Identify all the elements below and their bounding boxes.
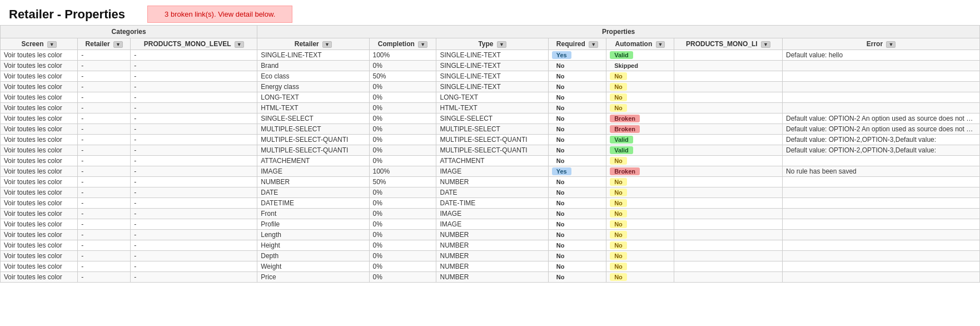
type-filter-btn[interactable]: ▼ [497, 41, 506, 48]
table-cell: - [78, 71, 131, 82]
automation-badge: No [610, 157, 627, 165]
table-cell: Voir toutes les color [1, 156, 78, 166]
table-cell: No [548, 251, 606, 261]
table-cell: Broken [606, 113, 674, 124]
automation-badge: No [610, 178, 627, 186]
table-cell: - [131, 50, 257, 61]
completion-filter-btn[interactable]: ▼ [418, 41, 427, 48]
properties-table: Categories Properties Screen ▼ Retailer … [0, 25, 980, 283]
table-cell: - [131, 82, 257, 92]
table-cell: Valid [606, 135, 674, 145]
table-cell: Voir toutes les color [1, 187, 78, 198]
table-cell: Voir toutes les color [1, 251, 78, 261]
table-cell: No [548, 156, 606, 166]
automation-badge: No [610, 263, 627, 270]
table-cell: 50% [369, 177, 436, 187]
table-cell: 0% [369, 198, 436, 209]
col-retailer-cat[interactable]: Retailer ▼ [78, 38, 131, 50]
table-cell: No [606, 272, 674, 283]
products-mono-filter-btn[interactable]: ▼ [235, 41, 244, 48]
table-cell [783, 230, 980, 240]
error-filter-btn[interactable]: ▼ [886, 41, 896, 48]
table-cell [674, 92, 782, 103]
table-cell: - [78, 103, 131, 113]
col-completion[interactable]: Completion ▼ [369, 38, 436, 50]
table-cell: Front [257, 209, 369, 219]
table-cell: - [131, 272, 257, 283]
table-cell: - [78, 209, 131, 219]
table-cell [783, 92, 980, 103]
products-mono-li-filter-btn[interactable]: ▼ [761, 41, 770, 48]
col-automation[interactable]: Automation ▼ [606, 38, 674, 50]
table-cell: 0% [369, 272, 436, 283]
table-cell [674, 124, 782, 135]
required-badge: No [552, 263, 569, 270]
table-cell: - [131, 166, 257, 177]
table-cell: 0% [369, 251, 436, 261]
table-cell: 0% [369, 156, 436, 166]
col-error[interactable]: Error ▼ [783, 38, 980, 50]
col-type[interactable]: Type ▼ [436, 38, 548, 50]
required-badge: Yes [552, 167, 571, 175]
table-cell: No [548, 103, 606, 113]
table-cell: - [131, 92, 257, 103]
table-cell: Price [257, 272, 369, 283]
table-row: Voir toutes les color--MULTIPLE-SELECT0%… [1, 124, 980, 135]
table-cell [674, 156, 782, 166]
table-cell [674, 251, 782, 261]
automation-badge: Broken [610, 115, 640, 122]
table-row: Voir toutes les color--MULTIPLE-SELECT-Q… [1, 135, 980, 145]
table-cell: SINGLE-LINE-TEXT [436, 61, 548, 71]
required-badge: No [552, 273, 569, 281]
table-cell: Broken [606, 124, 674, 135]
table-cell: IMAGE [436, 219, 548, 230]
table-cell: NUMBER [436, 272, 548, 283]
table-row: Voir toutes les color--ATTACHEMENT0%ATTA… [1, 156, 980, 166]
table-cell: No [606, 230, 674, 240]
table-cell: No [548, 272, 606, 283]
table-cell [674, 166, 782, 177]
required-badge: No [552, 125, 569, 133]
table-cell: No [548, 198, 606, 209]
table-cell: No [548, 135, 606, 145]
col-retailer-prop[interactable]: Retailer ▼ [257, 38, 369, 50]
table-cell: - [78, 219, 131, 230]
automation-filter-btn[interactable]: ▼ [656, 41, 665, 48]
table-cell [674, 209, 782, 219]
required-badge: Yes [552, 51, 571, 59]
table-cell: No [548, 145, 606, 156]
table-cell [674, 198, 782, 209]
table-cell: - [78, 177, 131, 187]
col-required[interactable]: Required ▼ [548, 38, 606, 50]
table-cell: 0% [369, 135, 436, 145]
table-cell: - [131, 113, 257, 124]
table-cell: SINGLE-LINE-TEXT [436, 71, 548, 82]
table-cell: - [131, 240, 257, 251]
table-cell: - [78, 145, 131, 156]
retailer-cat-filter-btn[interactable]: ▼ [113, 41, 123, 48]
automation-badge: Valid [610, 136, 633, 144]
retailer-prop-filter-btn[interactable]: ▼ [322, 41, 332, 48]
table-cell: No rule has been saved [783, 166, 980, 177]
col-screen[interactable]: Screen ▼ [1, 38, 78, 50]
required-badge: No [552, 252, 569, 260]
table-cell: - [131, 187, 257, 198]
col-products-mono-li[interactable]: PRODUCTS_MONO_LI ▼ [674, 38, 782, 50]
required-filter-btn[interactable]: ▼ [589, 41, 598, 48]
table-cell: MULTIPLE-SELECT-QUANTI [257, 145, 369, 156]
table-cell: - [78, 251, 131, 261]
table-cell [783, 82, 980, 92]
table-cell: - [78, 156, 131, 166]
automation-badge: No [610, 199, 627, 207]
table-cell: No [606, 82, 674, 92]
table-cell: 0% [369, 61, 436, 71]
table-cell: 100% [369, 166, 436, 177]
required-badge: No [552, 72, 569, 80]
table-cell [783, 219, 980, 230]
table-cell: - [78, 240, 131, 251]
table-cell: - [78, 230, 131, 240]
required-badge: No [552, 189, 569, 196]
col-products-mono[interactable]: PRODUCTS_MONO_LEVEL ▼ [131, 38, 257, 50]
screen-filter-btn[interactable]: ▼ [47, 41, 57, 48]
table-cell [783, 240, 980, 251]
